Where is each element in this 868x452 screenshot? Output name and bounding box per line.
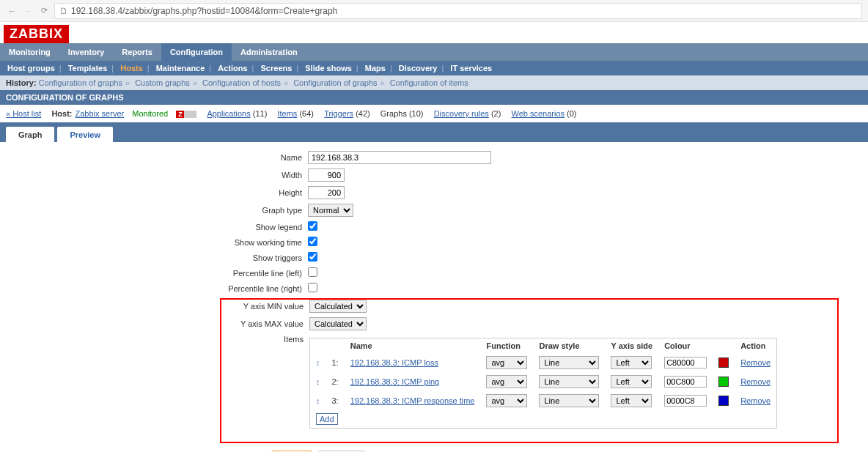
height-input[interactable] <box>308 186 345 199</box>
legend-label: Show legend <box>0 223 308 231</box>
color-input[interactable] <box>664 376 707 388</box>
availability-badges: Z <box>176 109 196 118</box>
yside-select[interactable]: Left <box>611 356 652 369</box>
items-label: Items <box>221 335 309 344</box>
width-input[interactable] <box>308 168 345 182</box>
triggers-label: Show triggers <box>0 253 308 262</box>
history-item[interactable]: Configuration of items <box>390 78 468 87</box>
drag-icon[interactable]: ↕ <box>316 396 320 405</box>
subnav-discovery[interactable]: Discovery <box>399 64 438 73</box>
subnav-maintenance[interactable]: Maintenance <box>156 64 205 73</box>
legend-checkbox[interactable] <box>308 221 317 231</box>
page-icon: 🗋 <box>59 6 68 16</box>
subnav-hostgroups[interactable]: Host groups <box>7 64 55 73</box>
reload-icon[interactable]: ⟳ <box>38 5 50 17</box>
forward-icon[interactable]: → <box>22 5 34 17</box>
subnav-itservices[interactable]: IT services <box>450 64 492 73</box>
host-list-link[interactable]: « Host list <box>6 109 41 118</box>
url-bar[interactable]: 🗋 192.168.38.4/zabbix/graphs.php?hostid=… <box>54 3 862 19</box>
subnav-actions[interactable]: Actions <box>218 64 247 73</box>
triggers-checkbox[interactable] <box>308 252 317 262</box>
col-name: Name <box>345 338 481 354</box>
drawstyle-select[interactable]: Line <box>539 356 599 369</box>
color-input[interactable] <box>664 395 707 407</box>
applications-link[interactable]: Applications <box>207 109 250 118</box>
pleft-checkbox[interactable] <box>308 267 317 277</box>
add-button[interactable]: Add <box>316 413 338 425</box>
color-input[interactable] <box>664 357 707 368</box>
host-label: Host: <box>51 109 72 118</box>
sub-nav: Host groups| Templates| Hosts| Maintenan… <box>0 61 868 75</box>
height-label: Height <box>0 188 308 197</box>
yside-select[interactable]: Left <box>611 375 652 388</box>
subnav-templates[interactable]: Templates <box>68 64 108 73</box>
color-swatch[interactable] <box>718 377 729 387</box>
workingtime-label: Show working time <box>0 238 308 247</box>
nav-inventory[interactable]: Inventory <box>59 43 114 61</box>
table-row: ↕ 1: 192.168.38.3: ICMP loss avg Line Le… <box>310 353 777 372</box>
page-title: CONFIGURATION OF GRAPHS <box>0 90 868 105</box>
table-row: ↕ 2: 192.168.38.3: ICMP ping avg Line Le… <box>310 372 777 391</box>
drawstyle-select[interactable]: Line <box>539 394 599 407</box>
col-drawstyle: Draw style <box>533 338 605 354</box>
remove-link[interactable]: Remove <box>740 358 770 367</box>
function-select[interactable]: avg <box>486 375 527 388</box>
subnav-slideshows[interactable]: Slide shows <box>305 64 352 73</box>
yside-select[interactable]: Left <box>611 394 652 407</box>
color-swatch[interactable] <box>718 357 729 368</box>
name-input[interactable] <box>308 151 491 164</box>
history-item[interactable]: Configuration of hosts <box>202 78 281 87</box>
nav-monitoring[interactable]: Monitoring <box>0 43 59 61</box>
drawstyle-select[interactable]: Line <box>539 375 599 388</box>
history-label: History: <box>6 78 37 87</box>
row-index: 1: <box>326 353 345 372</box>
history-item[interactable]: Configuration of graphs <box>293 78 377 87</box>
workingtime-checkbox[interactable] <box>308 237 317 246</box>
triggers-link[interactable]: Triggers <box>324 109 353 118</box>
status-badge: Monitored <box>132 109 168 118</box>
pright-checkbox[interactable] <box>308 283 317 292</box>
graphtype-select[interactable]: Normal <box>308 204 353 217</box>
nav-reports[interactable]: Reports <box>113 43 161 61</box>
item-link[interactable]: 192.168.38.3: ICMP response time <box>350 396 475 405</box>
col-action: Action <box>735 338 776 354</box>
logo-bar: ZABBIX <box>0 22 868 43</box>
nav-administration[interactable]: Administration <box>232 43 306 61</box>
ymax-label: Y axis MAX value <box>221 319 309 328</box>
subnav-maps[interactable]: Maps <box>365 64 386 73</box>
remove-link[interactable]: Remove <box>740 377 770 386</box>
history-bar: History: Configuration of graphs» Custom… <box>0 75 868 90</box>
drag-icon[interactable]: ↕ <box>316 377 320 386</box>
webscenarios-link[interactable]: Web scenarios <box>511 109 564 118</box>
button-row: Save Cancel <box>0 443 868 452</box>
zabbix-logo[interactable]: ZABBIX <box>4 25 69 43</box>
main-nav: Monitoring Inventory Reports Configurati… <box>0 43 868 61</box>
ymax-select[interactable]: Calculated <box>309 317 367 330</box>
subnav-screens[interactable]: Screens <box>261 64 293 73</box>
host-name-link[interactable]: Zabbix server <box>76 109 125 118</box>
item-link[interactable]: 192.168.38.3: ICMP ping <box>350 377 440 386</box>
item-link[interactable]: 192.168.38.3: ICMP loss <box>350 358 438 367</box>
col-function: Function <box>480 338 533 354</box>
color-swatch[interactable] <box>718 396 729 406</box>
pleft-label: Percentile line (left) <box>0 269 308 278</box>
url-text: 192.168.38.4/zabbix/graphs.php?hostid=10… <box>71 6 337 16</box>
nav-configuration[interactable]: Configuration <box>161 43 232 61</box>
tab-preview[interactable]: Preview <box>57 127 113 142</box>
subnav-hosts[interactable]: Hosts <box>120 64 143 73</box>
width-label: Width <box>0 171 308 179</box>
items-link[interactable]: Items <box>277 109 297 118</box>
graphs-link: Graphs <box>380 109 407 118</box>
tab-graph[interactable]: Graph <box>6 127 54 142</box>
history-item[interactable]: Configuration of graphs <box>39 78 122 87</box>
ymin-select[interactable]: Calculated <box>309 300 367 313</box>
remove-link[interactable]: Remove <box>740 396 770 405</box>
back-icon[interactable]: ← <box>6 5 18 17</box>
function-select[interactable]: avg <box>486 356 527 369</box>
table-row: ↕ 3: 192.168.38.3: ICMP response time av… <box>310 391 777 410</box>
history-item[interactable]: Custom graphs <box>135 78 190 87</box>
drag-icon[interactable]: ↕ <box>316 358 320 367</box>
graphtype-label: Graph type <box>0 206 308 215</box>
discovery-link[interactable]: Discovery rules <box>434 109 489 118</box>
function-select[interactable]: avg <box>486 394 527 407</box>
